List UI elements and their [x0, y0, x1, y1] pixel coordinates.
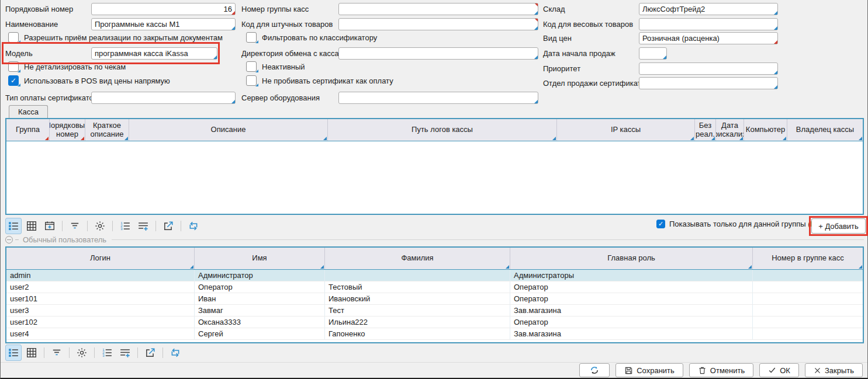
sales-start-date-field[interactable] [639, 47, 667, 60]
exchange-dir-input[interactable] [339, 48, 538, 58]
cash-col-no-sales[interactable]: Без реал. [695, 119, 716, 141]
group-number-input[interactable] [339, 4, 538, 14]
cash-col-group[interactable]: Группа [6, 119, 50, 141]
tab-kassa[interactable]: Касса [9, 105, 48, 118]
cell-group-number[interactable] [753, 293, 863, 304]
equipment-server-field[interactable] [338, 92, 538, 104]
name-input[interactable] [92, 19, 235, 29]
cell-lastname[interactable]: Гапоненко [325, 328, 510, 339]
cell-lastname[interactable]: Тест [325, 305, 510, 316]
cell-main-role[interactable]: Оператор [510, 281, 753, 293]
cell-login[interactable]: user102 [6, 317, 195, 328]
cash-col-ip[interactable]: IP кассы [557, 119, 695, 141]
cancel-button[interactable]: Отменить [689, 363, 753, 377]
cash-col-log-path[interactable]: Путь логов кассы [328, 119, 557, 141]
ok-button[interactable]: ОК [759, 363, 799, 377]
users-col-firstname[interactable]: Имя [195, 248, 325, 269]
cell-login[interactable]: user3 [6, 305, 195, 316]
cell-login[interactable]: user101 [6, 293, 195, 304]
filter-button[interactable] [67, 218, 83, 234]
cert-payment-type-field[interactable] [91, 92, 236, 104]
priority-field[interactable] [639, 62, 778, 75]
cell-main-role[interactable]: Администраторы [510, 270, 753, 281]
warehouse-input[interactable] [639, 4, 777, 14]
numbered-list-button[interactable]: 123 [117, 218, 133, 234]
no-detail-checks-checkbox[interactable] [8, 61, 19, 72]
settings-button[interactable] [92, 218, 108, 234]
use-pos-price-checkbox[interactable]: ✓ [8, 75, 19, 86]
weight-goods-code-field[interactable] [639, 18, 778, 30]
collapse-icon[interactable] [5, 236, 13, 244]
calendar-add-button[interactable] [42, 218, 58, 234]
seq-number-input[interactable] [92, 4, 235, 14]
cell-lastname[interactable]: Тестовый [325, 281, 510, 293]
priority-input[interactable] [639, 63, 777, 74]
cert-payment-type-input[interactable] [92, 92, 235, 103]
table-row[interactable]: user101 Иван Ивановский Оператор [6, 293, 863, 305]
cell-firstname[interactable]: Администратор [195, 270, 325, 281]
cell-group-number[interactable] [753, 281, 863, 293]
cash-col-computer[interactable]: Компьютер [744, 119, 787, 141]
warehouse-field[interactable] [639, 3, 778, 15]
users-col-lastname[interactable]: Фамилия [325, 248, 510, 269]
cash-col-fiscal-date[interactable]: Дата фискализ. [716, 119, 744, 141]
cash-table-body[interactable] [6, 141, 863, 214]
users-col-main-role[interactable]: Главная роль [510, 248, 753, 269]
refresh-return-button[interactable] [167, 345, 184, 361]
model-field[interactable] [91, 47, 217, 60]
refresh-return-button[interactable] [185, 218, 202, 234]
cell-group-number[interactable] [753, 270, 863, 281]
users-col-group-number[interactable]: Номер в группе касс [753, 248, 863, 269]
cell-login[interactable]: admin [6, 270, 195, 281]
group-number-field[interactable] [338, 3, 538, 15]
price-type-field[interactable] [639, 32, 778, 44]
allow-closed-docs-checkbox[interactable] [8, 32, 19, 43]
cell-group-number[interactable] [753, 328, 863, 339]
cell-group-number[interactable] [753, 317, 863, 328]
cash-col-description[interactable]: Описание [129, 119, 328, 141]
add-button[interactable]: + Добавить [811, 218, 866, 234]
cell-firstname[interactable]: Завмаг [195, 305, 325, 316]
piece-goods-code-field[interactable] [338, 18, 538, 30]
list-view-button[interactable] [5, 345, 22, 361]
cell-main-role[interactable]: Зав.магазина [510, 305, 753, 316]
table-row[interactable]: user2 Оператор Тестовый Оператор [6, 281, 863, 293]
cell-group-number[interactable] [753, 305, 863, 316]
cell-login[interactable]: user2 [6, 281, 195, 293]
numbered-list-button[interactable]: 123 [99, 345, 115, 361]
cell-firstname[interactable]: Оператор [195, 281, 325, 293]
piece-goods-code-input[interactable] [339, 19, 538, 29]
price-type-input[interactable] [639, 33, 777, 43]
model-input[interactable] [92, 48, 217, 58]
sales-start-date-input[interactable] [639, 48, 666, 58]
cash-col-seq-number[interactable]: Порядковый номер [50, 119, 85, 141]
cell-firstname[interactable]: Оксана3333 [195, 317, 325, 328]
weight-goods-code-input[interactable] [639, 19, 777, 29]
cell-login[interactable]: user4 [6, 328, 195, 339]
cell-lastname[interactable] [325, 270, 510, 281]
grid-view-button[interactable] [23, 218, 40, 234]
name-field[interactable] [91, 18, 236, 30]
cert-sales-dept-field[interactable] [639, 77, 778, 89]
add-row-button[interactable] [117, 345, 133, 361]
settings-button[interactable] [74, 345, 90, 361]
cell-main-role[interactable]: Оператор [510, 293, 753, 304]
cell-firstname[interactable]: Сергей [195, 328, 325, 339]
seq-number-field[interactable] [91, 3, 236, 15]
table-row[interactable]: user102 Оксана3333 Ильина222 Оператор [6, 317, 863, 328]
save-button[interactable]: Сохранить [615, 363, 683, 377]
table-row[interactable]: admin Администратор Администраторы [6, 270, 863, 281]
open-external-button[interactable] [142, 345, 158, 361]
inactive-checkbox[interactable] [246, 61, 257, 72]
filter-by-classifier-checkbox[interactable] [246, 32, 257, 43]
cell-main-role[interactable]: Зав.магазина [510, 328, 753, 339]
no-cert-as-payment-checkbox[interactable] [246, 75, 257, 86]
list-view-button[interactable] [5, 218, 22, 234]
exchange-dir-field[interactable] [338, 47, 538, 60]
close-button[interactable]: Закрыть [805, 363, 863, 377]
cell-firstname[interactable]: Иван [195, 293, 325, 304]
add-row-button[interactable] [135, 218, 151, 234]
cell-lastname[interactable]: Ильина222 [325, 317, 510, 328]
filter-button[interactable] [49, 345, 65, 361]
table-row[interactable]: user3 Завмаг Тест Зав.магазина [6, 305, 863, 317]
